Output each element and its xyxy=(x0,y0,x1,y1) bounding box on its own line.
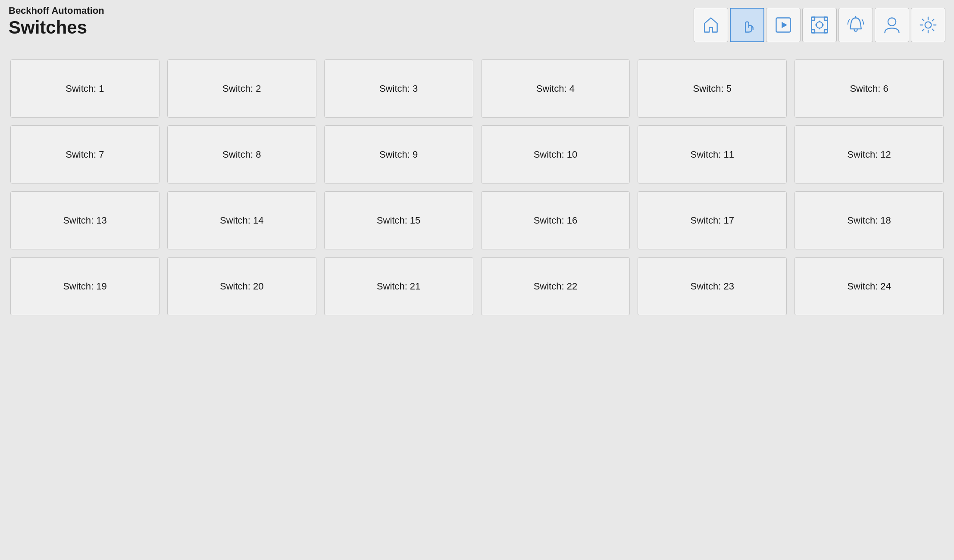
svg-rect-5 xyxy=(824,17,827,20)
header-left: Beckhoff Automation Switches xyxy=(9,5,104,38)
svg-rect-4 xyxy=(812,17,815,20)
switches-grid: Switch: 1Switch: 2Switch: 3Switch: 4Swit… xyxy=(0,51,954,324)
switch-card-20[interactable]: Switch: 20 xyxy=(167,257,316,315)
svg-rect-3 xyxy=(812,17,828,33)
svg-rect-6 xyxy=(812,30,815,33)
switch-card-13[interactable]: Switch: 13 xyxy=(10,191,160,249)
svg-marker-2 xyxy=(782,22,787,28)
nav-settings-film-button[interactable] xyxy=(802,8,837,42)
switch-card-12[interactable]: Switch: 12 xyxy=(794,125,944,184)
switch-card-2[interactable]: Switch: 2 xyxy=(167,59,316,118)
switch-card-24[interactable]: Switch: 24 xyxy=(794,257,944,315)
switch-card-11[interactable]: Switch: 11 xyxy=(638,125,787,184)
switch-card-19[interactable]: Switch: 19 xyxy=(10,257,160,315)
switch-card-7[interactable]: Switch: 7 xyxy=(10,125,160,184)
gear-icon xyxy=(919,16,938,34)
switch-card-22[interactable]: Switch: 22 xyxy=(481,257,630,315)
settings-film-icon xyxy=(810,16,829,34)
player-icon xyxy=(774,16,793,34)
switch-card-16[interactable]: Switch: 16 xyxy=(481,191,630,249)
switch-card-3[interactable]: Switch: 3 xyxy=(324,59,473,118)
nav-alarms-button[interactable] xyxy=(838,8,873,42)
nav-icons xyxy=(694,8,945,42)
user-icon xyxy=(882,16,901,34)
switch-card-23[interactable]: Switch: 23 xyxy=(638,257,787,315)
switch-card-21[interactable]: Switch: 21 xyxy=(324,257,473,315)
svg-point-11 xyxy=(925,22,932,28)
svg-point-8 xyxy=(816,22,823,28)
svg-rect-7 xyxy=(824,30,827,33)
switch-card-5[interactable]: Switch: 5 xyxy=(638,59,787,118)
switch-card-14[interactable]: Switch: 14 xyxy=(167,191,316,249)
nav-switches-button[interactable] xyxy=(730,8,764,42)
switch-card-17[interactable]: Switch: 17 xyxy=(638,191,787,249)
alarms-icon xyxy=(846,16,865,34)
switch-card-6[interactable]: Switch: 6 xyxy=(794,59,944,118)
switch-card-1[interactable]: Switch: 1 xyxy=(10,59,160,118)
switch-card-4[interactable]: Switch: 4 xyxy=(481,59,630,118)
switch-card-10[interactable]: Switch: 10 xyxy=(481,125,630,184)
switch-card-9[interactable]: Switch: 9 xyxy=(324,125,473,184)
switches-icon xyxy=(738,16,757,34)
nav-gear-button[interactable] xyxy=(911,8,945,42)
svg-point-10 xyxy=(888,18,896,26)
nav-user-button[interactable] xyxy=(875,8,909,42)
page-title: Switches xyxy=(9,17,104,38)
switch-card-18[interactable]: Switch: 18 xyxy=(794,191,944,249)
company-name: Beckhoff Automation xyxy=(9,5,104,16)
switch-card-8[interactable]: Switch: 8 xyxy=(167,125,316,184)
home-icon xyxy=(701,16,720,34)
nav-player-button[interactable] xyxy=(766,8,801,42)
switch-card-15[interactable]: Switch: 15 xyxy=(324,191,473,249)
nav-home-button[interactable] xyxy=(694,8,728,42)
header: Beckhoff Automation Switches xyxy=(0,0,954,47)
